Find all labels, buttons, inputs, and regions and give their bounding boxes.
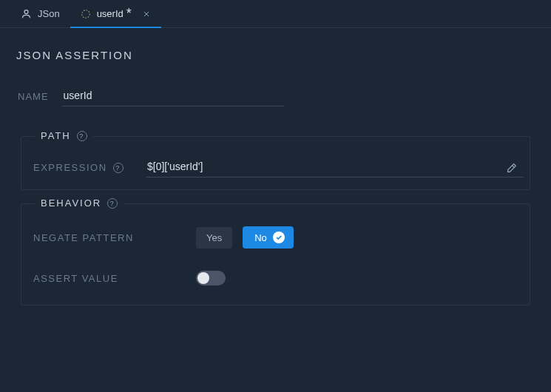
assert-label: ASSERT VALUE (33, 273, 196, 284)
behavior-legend-text: BEHAVIOR (41, 197, 101, 209)
negate-no-label: No (254, 232, 267, 243)
negate-row: NEGATE PATTERN Yes No (33, 204, 518, 249)
help-icon[interactable]: ? (77, 131, 87, 141)
editor-content: JSON ASSERTION NAME PATH ? EXPRESSION ? … (0, 28, 551, 305)
page-title: JSON ASSERTION (16, 49, 535, 61)
expression-label-text: EXPRESSION (33, 162, 107, 173)
edit-icon[interactable] (506, 162, 518, 174)
svg-point-0 (24, 10, 28, 14)
path-legend: PATH ? (35, 130, 93, 141)
tab-json[interactable]: JSon (10, 0, 70, 27)
modified-indicator-icon: * (126, 6, 132, 21)
dotted-circle-icon (81, 9, 91, 19)
help-icon[interactable]: ? (107, 198, 118, 209)
tab-userid[interactable]: userId * (70, 0, 161, 27)
svg-point-1 (81, 10, 89, 18)
tab-label: userId (97, 8, 124, 19)
path-fieldset: PATH ? EXPRESSION ? (21, 136, 530, 190)
assert-value-toggle[interactable] (196, 271, 226, 285)
negate-toggle-group: Yes No (196, 226, 294, 249)
name-label: NAME (18, 91, 49, 102)
help-icon[interactable]: ? (113, 163, 124, 173)
behavior-fieldset: BEHAVIOR ? NEGATE PATTERN Yes No ASSERT … (21, 203, 530, 305)
expression-label: EXPRESSION ? (33, 162, 146, 173)
check-circle-icon (273, 232, 285, 243)
close-icon[interactable] (142, 10, 151, 18)
user-icon (21, 8, 32, 19)
behavior-legend: BEHAVIOR ? (35, 197, 124, 209)
name-input[interactable] (62, 87, 284, 107)
tab-bar: JSon userId * (0, 0, 551, 28)
toggle-knob (197, 272, 209, 284)
tab-label: JSon (38, 8, 60, 19)
expression-input[interactable] (146, 158, 524, 178)
expression-row: EXPRESSION ? (33, 137, 518, 178)
name-row: NAME (16, 84, 535, 129)
assert-row: ASSERT VALUE (33, 249, 518, 285)
negate-no-button[interactable]: No (243, 226, 294, 249)
path-legend-text: PATH (41, 130, 71, 141)
negate-yes-button[interactable]: Yes (196, 227, 232, 249)
negate-label: NEGATE PATTERN (33, 232, 196, 243)
